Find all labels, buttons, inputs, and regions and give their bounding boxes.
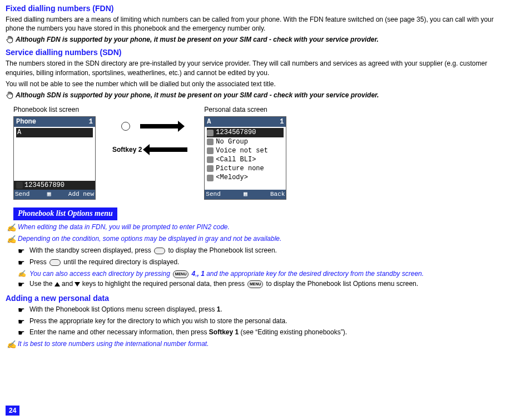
sdn-note: Although SDN is supported by your phone,… xyxy=(6,91,500,100)
personal-data-screen: A 1 1234567890 No Group Voice not set <C… xyxy=(204,116,286,200)
step2-b: until the required directory is displaye… xyxy=(62,258,179,266)
add-step1-bold: 1 xyxy=(217,305,221,313)
key-icon xyxy=(49,259,61,266)
step-1: ☛ With the standby screen displayed, pre… xyxy=(18,246,500,256)
round-button-icon xyxy=(121,122,130,131)
arrows-column: Softkey 2 xyxy=(112,105,187,154)
menu-grid-icon: ▦ xyxy=(47,190,51,199)
group-icon xyxy=(207,139,214,145)
sdn-body2: You will not be able to see the number w… xyxy=(6,80,500,88)
hand-icon xyxy=(6,91,13,98)
hand-point-icon: ☛ xyxy=(18,258,25,268)
inner-a: You can also access each directory by pr… xyxy=(29,270,172,278)
screens-row: Phonebook list screen Phone 1 A 12345678… xyxy=(6,102,500,205)
detail-line-5: <Melody> xyxy=(216,173,248,182)
adding-info-text: It is best to store numbers using the in… xyxy=(18,339,209,348)
info-gray-text: Depending on the condition, some options… xyxy=(18,234,281,243)
right-softkey-back: Back xyxy=(270,190,285,199)
adding-info: ✍ It is best to store numbers using the … xyxy=(7,339,500,350)
info-pin2: ✍ When editing the data in FDN, you will… xyxy=(7,223,500,233)
pointer-icon: ✍ xyxy=(7,234,14,245)
adding-step-3: ☛ Enter the name and other necessary inf… xyxy=(18,328,500,338)
fdn-body: Fixed dialling numbers are a means of li… xyxy=(6,15,500,33)
phone-icon xyxy=(207,130,214,136)
sdn-heading: Service dialling numbers (SDN) xyxy=(6,47,500,58)
phonebook-list-screen-block: Phonebook list screen Phone 1 A 12345678… xyxy=(13,105,96,200)
adding-heading: Adding a new personal data xyxy=(6,293,500,304)
hand-point-icon: ☛ xyxy=(18,328,25,338)
step1-a: With the standby screen displayed, press xyxy=(29,246,153,254)
softkey2-label: Softkey 2 xyxy=(112,145,142,154)
hand-point-icon: ☛ xyxy=(18,317,25,327)
add-step3-bold: Softkey 1 xyxy=(209,328,239,336)
info-pin2-text: When editing the data in FDN, you will b… xyxy=(18,223,230,231)
up-arrow-icon xyxy=(54,282,60,286)
left-screen-label: Phonebook list screen xyxy=(13,105,96,114)
hand-point-icon: ☛ xyxy=(18,305,25,315)
left-softkey-send: Send xyxy=(15,190,29,199)
step1-b: to display the Phonebook list screen. xyxy=(166,246,277,254)
arrow-right-icon xyxy=(140,124,179,129)
info-gray: ✍ Depending on the condition, some optio… xyxy=(7,234,500,245)
menu-key-icon: MENU xyxy=(173,270,188,278)
hand-point-icon: ☛ xyxy=(18,279,25,290)
sdn-body1: The numbers stored in the SDN directory … xyxy=(6,59,500,77)
sim-icon xyxy=(16,182,23,189)
pointer-icon: ✍ xyxy=(7,223,14,233)
inner-d: and the appropriate key for the desired … xyxy=(205,270,424,278)
detail-line-0: 1234567890 xyxy=(216,128,256,137)
step2-a: Press xyxy=(29,258,48,266)
call-icon xyxy=(207,156,214,163)
info-directory-shortcut: ✍ You can also access each directory by … xyxy=(18,269,500,278)
step3-a: Use the xyxy=(29,280,54,288)
personal-data-screen-block: Personal data screen A 1 1234567890 No G… xyxy=(204,105,286,200)
picture-icon xyxy=(207,165,214,172)
pointer-icon: ✍ xyxy=(18,269,26,278)
detail-line-1: No Group xyxy=(216,137,248,146)
adding-step-2: ☛ Press the appropriate key for the dire… xyxy=(18,317,500,327)
detail-line-4: Picture none xyxy=(216,164,264,173)
voice-icon xyxy=(207,147,214,154)
right-header-left: A xyxy=(207,117,211,126)
inner-c: , 1 xyxy=(197,270,205,278)
options-menu-bar: Phonebook list Options menu xyxy=(13,207,117,220)
left-list-entry: A xyxy=(16,128,93,137)
hand-point-icon: ☛ xyxy=(18,246,25,256)
add-step2: Press the appropriate key for the direct… xyxy=(29,317,287,325)
hand-icon xyxy=(6,35,13,43)
add-step1-end: . xyxy=(221,305,222,313)
right-header-right: 1 xyxy=(280,117,284,126)
add-step3-b: (see “Editing existing phonebooks”). xyxy=(239,328,347,336)
left-bottom-number: 1234567890 xyxy=(24,181,65,190)
left-softkey-addnew: Add new xyxy=(68,190,94,199)
step3-c: keys to highlight the required personal … xyxy=(80,280,246,288)
left-header-right: 1 xyxy=(89,117,93,126)
step3-d: to display the Phonebook list Options me… xyxy=(264,280,418,288)
key-icon xyxy=(154,248,165,254)
sdn-note-text: Although SDN is supported by your phone,… xyxy=(16,91,379,100)
fdn-note-text: Although FDN is supported by your phone,… xyxy=(16,35,379,44)
step-3: ☛ Use the and keys to highlight the requ… xyxy=(18,279,500,290)
phonebook-list-screen: Phone 1 A 1234567890 Send ▦ Add new xyxy=(13,116,96,200)
adding-step-1: ☛ With the Phonebook list Options menu s… xyxy=(18,305,500,315)
right-softkey-send: Send xyxy=(206,190,220,199)
arrow-left-icon xyxy=(148,147,187,152)
inner-b: 4 xyxy=(190,270,195,278)
menu-grid-icon: ▦ xyxy=(244,190,247,199)
left-header-left: Phone xyxy=(16,117,36,126)
step3-b: and xyxy=(60,280,75,288)
detail-line-2: Voice not set xyxy=(216,146,268,155)
step-2: ☛ Press until the required directory is … xyxy=(18,258,500,268)
detail-line-3: <Call BLI> xyxy=(216,155,256,164)
pointer-icon: ✍ xyxy=(7,339,14,350)
add-step3-a: Enter the name and other necessary infor… xyxy=(29,328,209,336)
down-arrow-icon xyxy=(75,282,80,286)
add-step1-a: With the Phonebook list Options menu scr… xyxy=(29,305,217,313)
menu-key-icon: MENU xyxy=(247,280,263,288)
melody-icon xyxy=(207,175,214,181)
fdn-note: Although FDN is supported by your phone,… xyxy=(6,35,500,44)
right-screen-label: Personal data screen xyxy=(204,105,286,114)
fdn-heading: Fixed dialling numbers (FDN) xyxy=(6,3,500,14)
